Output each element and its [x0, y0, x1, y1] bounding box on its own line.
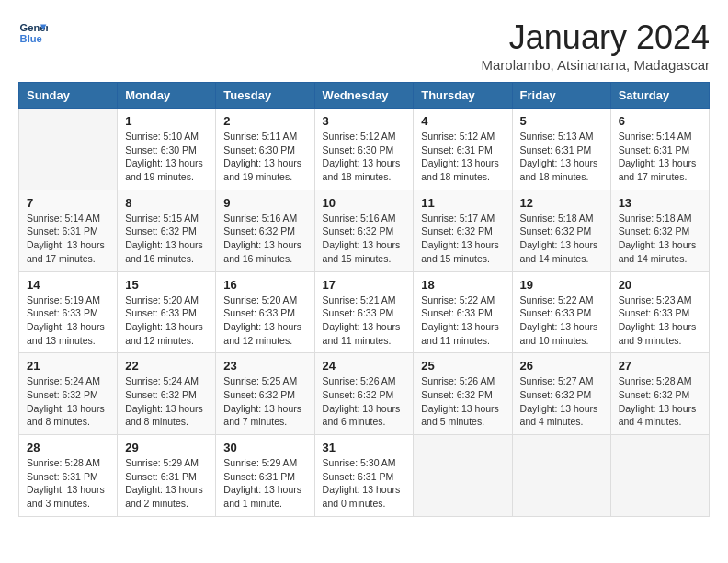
day-info: Sunrise: 5:16 AM Sunset: 6:32 PM Dayligh… — [223, 212, 306, 266]
calendar-cell: 31Sunrise: 5:30 AM Sunset: 6:31 PM Dayli… — [314, 435, 414, 517]
day-info: Sunrise: 5:18 AM Sunset: 6:32 PM Dayligh… — [520, 212, 603, 266]
calendar-cell: 28Sunrise: 5:28 AM Sunset: 6:31 PM Dayli… — [19, 435, 118, 517]
calendar-cell: 18Sunrise: 5:22 AM Sunset: 6:33 PM Dayli… — [414, 271, 512, 353]
logo-icon: General Blue — [18, 18, 48, 48]
calendar-cell: 22Sunrise: 5:24 AM Sunset: 6:32 PM Dayli… — [118, 353, 216, 435]
calendar-week-1: 1Sunrise: 5:10 AM Sunset: 6:30 PM Daylig… — [19, 109, 710, 190]
calendar-week-2: 7Sunrise: 5:14 AM Sunset: 6:31 PM Daylig… — [19, 190, 710, 271]
day-number: 11 — [421, 196, 504, 210]
day-number: 3 — [323, 114, 406, 128]
day-number: 22 — [125, 359, 208, 373]
day-number: 21 — [27, 359, 109, 373]
day-info: Sunrise: 5:23 AM Sunset: 6:33 PM Dayligh… — [619, 293, 701, 348]
calendar-cell: 26Sunrise: 5:27 AM Sunset: 6:32 PM Dayli… — [512, 353, 610, 435]
calendar-cell: 12Sunrise: 5:18 AM Sunset: 6:32 PM Dayli… — [512, 190, 610, 271]
weekday-header-friday: Friday — [512, 83, 610, 109]
calendar-cell: 25Sunrise: 5:26 AM Sunset: 6:32 PM Dayli… — [414, 353, 512, 435]
day-info: Sunrise: 5:15 AM Sunset: 6:32 PM Dayligh… — [125, 212, 208, 266]
page-header: General Blue January 2024 Marolambo, Ats… — [18, 18, 710, 73]
day-info: Sunrise: 5:22 AM Sunset: 6:33 PM Dayligh… — [421, 293, 504, 348]
day-info: Sunrise: 5:25 AM Sunset: 6:32 PM Dayligh… — [223, 374, 306, 429]
day-info: Sunrise: 5:11 AM Sunset: 6:30 PM Dayligh… — [223, 130, 306, 184]
day-info: Sunrise: 5:19 AM Sunset: 6:33 PM Dayligh… — [27, 293, 109, 348]
day-info: Sunrise: 5:18 AM Sunset: 6:32 PM Dayligh… — [619, 212, 701, 266]
day-number: 27 — [619, 359, 701, 373]
day-number: 7 — [27, 196, 109, 210]
day-info: Sunrise: 5:14 AM Sunset: 6:31 PM Dayligh… — [619, 130, 701, 184]
logo: General Blue — [18, 18, 48, 48]
day-info: Sunrise: 5:20 AM Sunset: 6:33 PM Dayligh… — [125, 293, 208, 348]
calendar-week-5: 28Sunrise: 5:28 AM Sunset: 6:31 PM Dayli… — [19, 435, 710, 517]
day-number: 2 — [223, 114, 306, 128]
day-info: Sunrise: 5:10 AM Sunset: 6:30 PM Dayligh… — [125, 130, 208, 184]
day-info: Sunrise: 5:17 AM Sunset: 6:32 PM Dayligh… — [421, 212, 504, 266]
calendar-cell: 23Sunrise: 5:25 AM Sunset: 6:32 PM Dayli… — [216, 353, 314, 435]
calendar-cell: 2Sunrise: 5:11 AM Sunset: 6:30 PM Daylig… — [216, 109, 314, 190]
calendar-cell: 13Sunrise: 5:18 AM Sunset: 6:32 PM Dayli… — [610, 190, 709, 271]
weekday-header-sunday: Sunday — [19, 83, 118, 109]
calendar-cell: 9Sunrise: 5:16 AM Sunset: 6:32 PM Daylig… — [216, 190, 314, 271]
day-info: Sunrise: 5:29 AM Sunset: 6:31 PM Dayligh… — [223, 456, 306, 511]
day-number: 9 — [223, 196, 306, 210]
calendar-cell — [19, 109, 118, 190]
day-info: Sunrise: 5:14 AM Sunset: 6:31 PM Dayligh… — [27, 212, 109, 266]
day-info: Sunrise: 5:29 AM Sunset: 6:31 PM Dayligh… — [125, 456, 208, 511]
day-number: 8 — [125, 196, 208, 210]
weekday-header-tuesday: Tuesday — [216, 83, 314, 109]
calendar-cell — [414, 435, 512, 517]
calendar-cell: 1Sunrise: 5:10 AM Sunset: 6:30 PM Daylig… — [118, 109, 216, 190]
location-subtitle: Marolambo, Atsinanana, Madagascar — [482, 57, 710, 73]
day-number: 6 — [619, 114, 701, 128]
day-number: 20 — [619, 278, 701, 292]
day-number: 1 — [125, 114, 208, 128]
calendar-cell: 30Sunrise: 5:29 AM Sunset: 6:31 PM Dayli… — [216, 435, 314, 517]
day-number: 17 — [323, 278, 406, 292]
day-info: Sunrise: 5:28 AM Sunset: 6:31 PM Dayligh… — [27, 456, 109, 511]
day-number: 13 — [619, 196, 701, 210]
calendar-cell: 24Sunrise: 5:26 AM Sunset: 6:32 PM Dayli… — [314, 353, 414, 435]
day-number: 23 — [223, 359, 306, 373]
day-number: 30 — [223, 441, 306, 454]
calendar-cell: 21Sunrise: 5:24 AM Sunset: 6:32 PM Dayli… — [19, 353, 118, 435]
calendar-cell: 17Sunrise: 5:21 AM Sunset: 6:33 PM Dayli… — [314, 271, 414, 353]
day-number: 5 — [520, 114, 603, 128]
calendar-cell: 27Sunrise: 5:28 AM Sunset: 6:32 PM Dayli… — [610, 353, 709, 435]
calendar-cell: 5Sunrise: 5:13 AM Sunset: 6:31 PM Daylig… — [512, 109, 610, 190]
day-info: Sunrise: 5:12 AM Sunset: 6:30 PM Dayligh… — [323, 130, 406, 184]
day-number: 12 — [520, 196, 603, 210]
title-section: January 2024 Marolambo, Atsinanana, Mada… — [482, 18, 710, 73]
day-number: 29 — [125, 441, 208, 454]
calendar-cell: 6Sunrise: 5:14 AM Sunset: 6:31 PM Daylig… — [610, 109, 709, 190]
calendar-cell: 8Sunrise: 5:15 AM Sunset: 6:32 PM Daylig… — [118, 190, 216, 271]
calendar-cell: 20Sunrise: 5:23 AM Sunset: 6:33 PM Dayli… — [610, 271, 709, 353]
day-number: 14 — [27, 278, 109, 292]
day-info: Sunrise: 5:13 AM Sunset: 6:31 PM Dayligh… — [520, 130, 603, 184]
day-info: Sunrise: 5:21 AM Sunset: 6:33 PM Dayligh… — [323, 293, 406, 348]
day-number: 31 — [323, 441, 406, 454]
calendar-cell: 29Sunrise: 5:29 AM Sunset: 6:31 PM Dayli… — [118, 435, 216, 517]
weekday-header-thursday: Thursday — [414, 83, 512, 109]
calendar-cell — [512, 435, 610, 517]
day-number: 15 — [125, 278, 208, 292]
day-info: Sunrise: 5:12 AM Sunset: 6:31 PM Dayligh… — [421, 130, 504, 184]
weekday-header-monday: Monday — [118, 83, 216, 109]
calendar-cell: 15Sunrise: 5:20 AM Sunset: 6:33 PM Dayli… — [118, 271, 216, 353]
day-info: Sunrise: 5:26 AM Sunset: 6:32 PM Dayligh… — [421, 374, 504, 429]
day-number: 16 — [223, 278, 306, 292]
day-info: Sunrise: 5:24 AM Sunset: 6:32 PM Dayligh… — [125, 374, 208, 429]
month-title: January 2024 — [482, 18, 710, 57]
calendar-cell: 10Sunrise: 5:16 AM Sunset: 6:32 PM Dayli… — [314, 190, 414, 271]
day-info: Sunrise: 5:26 AM Sunset: 6:32 PM Dayligh… — [323, 374, 406, 429]
day-info: Sunrise: 5:24 AM Sunset: 6:32 PM Dayligh… — [27, 374, 109, 429]
weekday-header-saturday: Saturday — [610, 83, 709, 109]
day-number: 18 — [421, 278, 504, 292]
day-number: 24 — [323, 359, 406, 373]
day-info: Sunrise: 5:22 AM Sunset: 6:33 PM Dayligh… — [520, 293, 603, 348]
calendar-cell: 14Sunrise: 5:19 AM Sunset: 6:33 PM Dayli… — [19, 271, 118, 353]
calendar-cell: 3Sunrise: 5:12 AM Sunset: 6:30 PM Daylig… — [314, 109, 414, 190]
day-info: Sunrise: 5:27 AM Sunset: 6:32 PM Dayligh… — [520, 374, 603, 429]
calendar-cell: 19Sunrise: 5:22 AM Sunset: 6:33 PM Dayli… — [512, 271, 610, 353]
calendar-cell: 16Sunrise: 5:20 AM Sunset: 6:33 PM Dayli… — [216, 271, 314, 353]
day-number: 28 — [27, 441, 109, 454]
day-info: Sunrise: 5:28 AM Sunset: 6:32 PM Dayligh… — [619, 374, 701, 429]
